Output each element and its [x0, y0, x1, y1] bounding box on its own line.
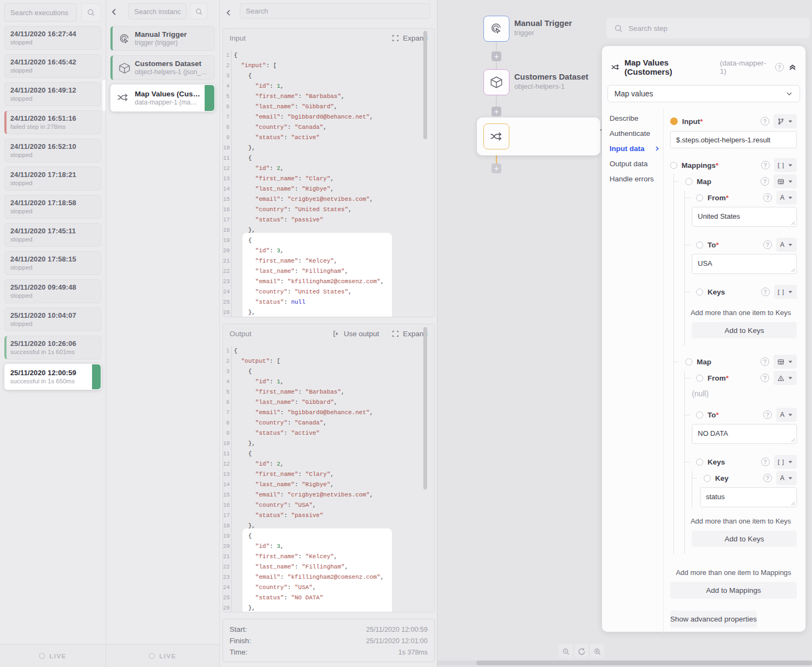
help-icon[interactable]: ?	[761, 177, 769, 186]
from-value-textarea[interactable]: United States	[692, 207, 797, 227]
help-icon[interactable]: ?	[761, 287, 770, 296]
mappings-radio[interactable]	[670, 162, 677, 169]
input-type-selector[interactable]	[774, 114, 797, 128]
live-toggle[interactable]: LIVE	[39, 653, 67, 659]
execution-item[interactable]: 25/11/2020 12:00:59successful in 1s 650m…	[4, 364, 101, 390]
executions-search-input[interactable]	[4, 3, 77, 22]
add-to-mappings-button[interactable]: Add to Mappings	[670, 582, 797, 599]
code-line: 14 "last_name": "Rigbye",	[223, 480, 434, 490]
output-expand-button[interactable]: Expand	[392, 330, 428, 338]
execution-item[interactable]: 24/11/2020 16:51:16failed step in 278ms	[4, 110, 101, 134]
help-icon[interactable]: ?	[763, 474, 772, 482]
action-select[interactable]: Map values	[607, 85, 800, 102]
add-to-keys-button[interactable]: Add to Keys	[692, 531, 797, 547]
mappings-type-selector[interactable]: [ ]	[774, 158, 797, 172]
to-type-selector[interactable]: A	[776, 238, 797, 252]
nav-item-input-data[interactable]: Input data	[610, 145, 663, 153]
manual-trigger-node[interactable]	[483, 16, 509, 42]
output-code-scrollbar[interactable]	[423, 327, 427, 489]
map-radio[interactable]	[685, 178, 692, 185]
help-icon[interactable]: ?	[763, 240, 772, 249]
help-icon[interactable]: ?	[775, 63, 784, 71]
customers-dataset-node[interactable]	[483, 69, 509, 95]
execution-item[interactable]: 24/11/2020 17:45:11stopped	[4, 223, 101, 247]
execution-item[interactable]: 24/11/2020 16:45:42stopped	[4, 54, 101, 78]
input-expand-button[interactable]: Expand	[392, 34, 428, 42]
input-section: Input Expand 1{2 "input": [3 {4 "id": 1,…	[222, 28, 435, 317]
help-icon[interactable]: ?	[761, 117, 769, 126]
key-radio[interactable]	[704, 475, 711, 482]
use-output-button[interactable]: Use output	[332, 330, 379, 338]
instance-step-item[interactable]: Map Values (Custo...data-mapper-1 (map_v…	[110, 84, 215, 112]
to-type-selector[interactable]: A	[776, 408, 797, 422]
keys-type-selector[interactable]: [ ]	[774, 285, 797, 299]
help-icon[interactable]: ?	[761, 374, 769, 382]
map-type-selector[interactable]	[774, 174, 797, 188]
help-icon[interactable]: ?	[761, 161, 770, 169]
instance-search-input[interactable]	[128, 3, 187, 19]
execution-item[interactable]: 24/11/2020 16:49:12stopped	[4, 82, 101, 106]
io-panel: Input Expand 1{2 "input": [3 {4 "id": 1,…	[220, 0, 437, 667]
live-toggle[interactable]: LIVE	[149, 653, 176, 659]
scrollbar-thumb[interactable]	[476, 661, 812, 665]
search-icon[interactable]	[190, 3, 207, 19]
execution-item[interactable]: 24/11/2020 17:18:58stopped	[4, 195, 101, 219]
zoom-in-icon[interactable]	[590, 644, 604, 658]
map-values-node[interactable]	[483, 123, 509, 149]
help-icon[interactable]: ?	[761, 457, 770, 466]
code-line: 7 "email": "bgibbard0@behance.net",	[223, 112, 434, 122]
key-type-selector[interactable]: A	[776, 471, 797, 485]
to-radio[interactable]	[696, 241, 703, 249]
help-icon[interactable]: ?	[763, 410, 772, 419]
input-code-scrollbar[interactable]	[423, 31, 427, 139]
execution-item[interactable]: 25/11/2020 10:26:06successful in 1s 601m…	[4, 336, 101, 359]
to-value-textarea[interactable]: NO DATA	[692, 424, 797, 444]
step-search-bar[interactable]: Search step	[606, 18, 810, 38]
node-title: Customers Dataset	[514, 72, 588, 81]
collapse-panel-icon[interactable]	[788, 63, 797, 71]
execution-item[interactable]: 24/11/2020 16:27:44stopped	[4, 26, 101, 50]
io-search-input[interactable]	[240, 3, 430, 19]
nav-item-handle-errors[interactable]: Handle errors	[610, 175, 663, 183]
keys-radio[interactable]	[696, 289, 703, 296]
execution-item[interactable]: 24/11/2020 16:52:10stopped	[4, 139, 101, 162]
zoom-out-icon[interactable]	[559, 644, 573, 658]
nav-item-authenticate[interactable]: Authenticate	[610, 129, 663, 138]
input-value-field[interactable]	[670, 131, 797, 148]
key-value-textarea[interactable]: status	[700, 487, 797, 507]
add-step-button[interactable]: +	[492, 164, 501, 173]
canvas-horizontal-scrollbar[interactable]	[437, 661, 812, 665]
execution-item[interactable]: 24/11/2020 17:58:15stopped	[4, 251, 101, 275]
from-type-selector-warning[interactable]	[774, 371, 797, 385]
instance-step-item[interactable]: Manual Triggertrigger (trigger)	[110, 26, 215, 51]
from-type-selector[interactable]: A	[776, 191, 797, 205]
instance-step-item[interactable]: Customers Datasetobject-helpers-1 (json_…	[110, 55, 215, 80]
execution-item[interactable]: 25/11/2020 09:49:48stopped	[4, 279, 101, 303]
add-to-keys-button[interactable]: Add to Keys	[692, 322, 797, 338]
execution-timestamp: 24/11/2020 17:45:11	[10, 227, 95, 235]
show-advanced-button[interactable]: Show advanced properties	[670, 611, 757, 627]
execution-status: successful in 1s 601ms	[10, 349, 95, 355]
from-radio[interactable]	[696, 375, 703, 382]
to-radio[interactable]	[696, 411, 703, 418]
from-radio[interactable]	[696, 194, 703, 201]
reset-zoom-icon[interactable]	[574, 644, 588, 658]
to-value-textarea[interactable]: USA	[692, 254, 797, 274]
nav-item-describe[interactable]: Describe	[610, 114, 663, 122]
search-icon[interactable]	[81, 3, 101, 22]
keys-radio[interactable]	[696, 459, 703, 466]
add-step-button[interactable]: +	[492, 107, 501, 116]
execution-item[interactable]: 25/11/2020 10:04:07stopped	[4, 308, 101, 331]
nav-item-output-data[interactable]: Output data	[610, 160, 663, 168]
help-icon[interactable]: ?	[763, 193, 772, 202]
map-type-selector[interactable]	[774, 355, 797, 369]
execution-item[interactable]: 24/11/2020 17:18:21stopped	[4, 167, 101, 191]
back-icon[interactable]	[225, 6, 236, 18]
map-radio[interactable]	[685, 358, 692, 365]
keys-type-selector[interactable]: [ ]	[774, 455, 797, 469]
back-icon[interactable]	[110, 4, 123, 19]
add-step-button[interactable]: +	[492, 51, 501, 61]
executions-scrollbar[interactable]	[102, 80, 106, 111]
execution-timestamp: 25/11/2020 12:00:59	[10, 369, 95, 377]
help-icon[interactable]: ?	[761, 357, 769, 366]
